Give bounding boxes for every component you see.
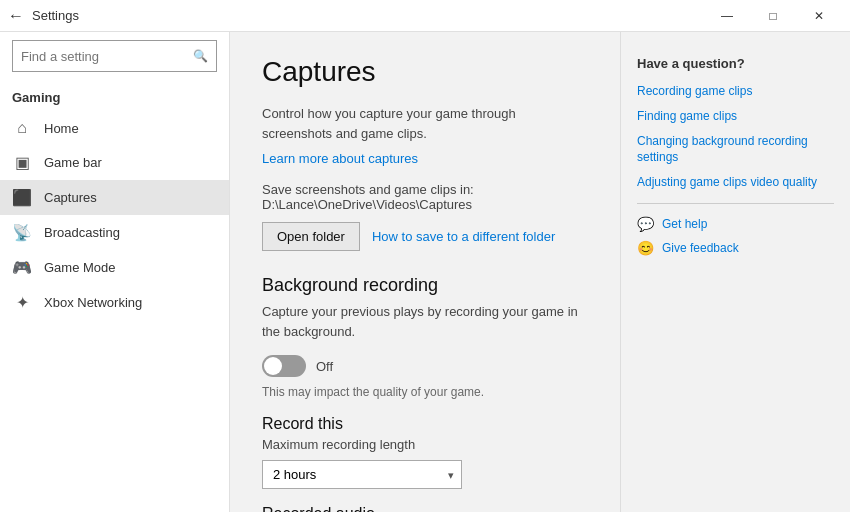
search-input[interactable] [21,49,193,64]
window-controls: — □ ✕ [704,0,842,32]
how-to-save-link[interactable]: How to save to a different folder [372,229,555,244]
give-feedback-icon: 😊 [637,240,654,256]
sidebar-item-captures[interactable]: ⬛ Captures [0,180,229,215]
close-button[interactable]: ✕ [796,0,842,32]
background-toggle[interactable] [262,355,306,377]
background-recording-title: Background recording [262,275,588,296]
link-finding-game-clips[interactable]: Finding game clips [637,108,834,125]
link-adjusting-video-quality[interactable]: Adjusting game clips video quality [637,174,834,191]
maximize-button[interactable]: □ [750,0,796,32]
sidebar-item-label-broadcasting: Broadcasting [44,225,120,240]
broadcasting-icon: 📡 [12,223,32,242]
background-recording-desc: Capture your previous plays by recording… [262,302,588,341]
open-folder-button[interactable]: Open folder [262,222,360,251]
sidebar-item-label-home: Home [44,121,79,136]
search-box[interactable]: 🔍 [12,40,217,72]
folder-actions: Open folder How to save to a different f… [262,222,588,251]
recording-length-dropdown[interactable]: 30 minutes 1 hour 2 hours 4 hours [262,460,462,489]
sidebar-item-label-captures: Captures [44,190,97,205]
sidebar-item-label-gamemode: Game Mode [44,260,116,275]
captures-icon: ⬛ [12,188,32,207]
main-content: Captures Control how you capture your ga… [230,32,620,512]
sidebar-item-label-gamebar: Game bar [44,155,102,170]
right-panel-title: Have a question? [637,56,834,71]
panel-divider [637,203,834,204]
gamebar-icon: ▣ [12,153,32,172]
window-title: Settings [32,8,704,23]
sidebar-section-title: Gaming [0,80,229,111]
search-icon: 🔍 [193,49,208,63]
link-recording-game-clips[interactable]: Recording game clips [637,83,834,100]
max-recording-label: Maximum recording length [262,437,588,452]
home-icon: ⌂ [12,119,32,137]
toggle-knob [264,357,282,375]
sidebar-item-broadcasting[interactable]: 📡 Broadcasting [0,215,229,250]
sidebar-item-gamebar[interactable]: ▣ Game bar [0,145,229,180]
sidebar-item-xboxnetworking[interactable]: ✦ Xbox Networking [0,285,229,320]
recording-length-dropdown-wrapper: 30 minutes 1 hour 2 hours 4 hours ▾ [262,460,462,489]
app-body: 🔍 Gaming ⌂ Home ▣ Game bar ⬛ Captures 📡 … [0,32,850,512]
minimize-button[interactable]: — [704,0,750,32]
right-panel: Have a question? Recording game clips Fi… [620,32,850,512]
record-this-title: Record this [262,415,588,433]
get-help-label: Get help [662,217,707,231]
page-description: Control how you capture your game throug… [262,104,588,143]
sidebar: 🔍 Gaming ⌂ Home ▣ Game bar ⬛ Captures 📡 … [0,32,230,512]
background-toggle-state: Off [316,359,333,374]
get-help-action[interactable]: 💬 Get help [637,216,834,232]
sidebar-item-home[interactable]: ⌂ Home [0,111,229,145]
give-feedback-label: Give feedback [662,241,739,255]
get-help-icon: 💬 [637,216,654,232]
sidebar-item-gamemode[interactable]: 🎮 Game Mode [0,250,229,285]
give-feedback-action[interactable]: 😊 Give feedback [637,240,834,256]
xboxnetworking-icon: ✦ [12,293,32,312]
save-path-label: Save screenshots and game clips in: D:\L… [262,182,588,212]
background-toggle-row: Off [262,355,588,377]
page-title: Captures [262,56,588,88]
learn-more-link[interactable]: Learn more about captures [262,151,588,166]
back-button[interactable]: ← [8,7,24,25]
title-bar: ← Settings — □ ✕ [0,0,850,32]
link-changing-background-settings[interactable]: Changing background recording settings [637,133,834,167]
gamemode-icon: 🎮 [12,258,32,277]
sidebar-item-label-xboxnetworking: Xbox Networking [44,295,142,310]
recorded-audio-title: Recorded audio [262,505,588,512]
toggle-note: This may impact the quality of your game… [262,385,588,399]
